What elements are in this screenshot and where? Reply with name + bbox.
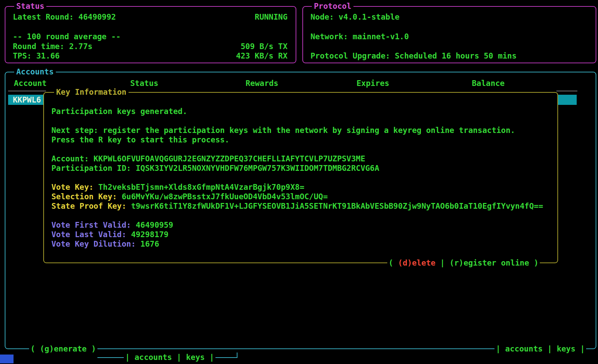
column-header-balance[interactable]: Balance [472,78,505,88]
state-proof-key-line: State Proof Key: t9wsrK6tiT1Y8zfWUkDF1V+… [51,201,543,211]
header-separator-left [8,91,46,91]
vote-last-valid-label: Vote Last Valid: [51,230,131,239]
accounts-panel-title: Accounts [14,67,56,76]
protocol-upgrade: Protocol Upgrade: Scheduled 16 hours 50 … [310,51,516,61]
participation-id-line: Participation ID: IQSK3IYV2LR5NOXNYVHDFW… [51,163,379,173]
column-header-account[interactable]: Account [14,78,47,88]
press-r-message: Press the R key to start this process. [51,135,229,144]
footer-close-paren: ) [529,258,538,267]
vote-key-dilution-label: Vote Key Dilution: [51,240,140,248]
node-version: Node: v4.0.1-stable [310,12,399,22]
account-line: Account: KKPWL6OFVUFOAVQGGURJ2EGNZYZZDPE… [51,154,365,163]
state-proof-key-value: t9wsrK6tiT1Y8zfWUkDF1V+LJGFYSEOVB1JiA5SE… [131,202,543,210]
tps: TPS: 31.66 [13,51,60,61]
column-header-rewards[interactable]: Rewards [246,78,278,88]
next-step-message: Next step: register the participation ke… [51,126,515,135]
vote-first-valid-value: 46490959 [136,221,173,229]
column-header-expires[interactable]: Expires [356,78,389,88]
selected-account-cell[interactable]: KKPWL6 [8,95,48,105]
key-information-modal: Key Information Participation keys gener… [43,92,558,263]
vote-key-dilution-line: Vote Key Dilution: 1676 [51,239,159,249]
footer-open-paren: ( [389,258,398,267]
node-state-badge: RUNNING [255,12,288,22]
header-separator-right [556,91,577,91]
latest-round: Latest Round: 46490992 [13,12,116,22]
window-accounts-keys-tabs[interactable]: | accounts | keys | [124,352,215,362]
key-information-title: Key Information [54,88,129,96]
protocol-panel: Protocol Node: v4.0.1-stable Network: ma… [302,6,596,63]
selected-balance-cell[interactable] [556,95,577,105]
register-online-button[interactable]: (r)egister online [450,258,529,267]
footer-divider: | [435,258,450,267]
vote-last-valid-value: 49298179 [131,230,168,239]
selection-key-label: Selection Key: [51,192,122,201]
delete-button[interactable]: (d)elete [398,258,436,267]
accounts-keys-tabs[interactable]: | accounts | keys | [495,344,586,354]
selection-key-line: Selection Key: 6u6MvYKu/w8zwPBsstxJ7fkUu… [51,192,328,201]
selection-key-value: 6u6MvYKu/w8zwPBsstxJ7fkUueOD4VbD4v53lmOC… [122,192,328,201]
vote-first-valid-line: Vote First Valid: 46490959 [51,220,173,230]
column-header-status[interactable]: Status [130,78,158,88]
keys-generated-message: Participation keys generated. [51,107,187,116]
window-border-corner [237,352,237,358]
vote-last-valid-line: Vote Last Valid: 49298179 [51,230,168,239]
vote-key-dilution-value: 1676 [140,240,159,248]
bottom-left-blue-block [0,355,14,363]
vote-key-label: Vote Key: [51,183,98,191]
vote-key-line: Vote Key: Th2veksbETjsmn+Xlds8xGfmpNtA4V… [51,182,304,192]
round-average-header: -- 100 round average -- [13,32,121,41]
state-proof-key-label: State Proof Key: [51,202,131,210]
status-panel: Status Latest Round: 46490992 RUNNING --… [5,6,296,63]
rx-rate: 423 KB/s RX [236,51,288,61]
protocol-panel-title: Protocol [312,2,353,10]
status-panel-title: Status [14,2,46,10]
tx-rate: 509 B/s TX [241,42,288,51]
terminal-screen: Status Latest Round: 46490992 RUNNING --… [0,0,598,364]
modal-footer-hints: ( (d)elete | (r)egister online ) [387,258,540,268]
generate-button[interactable]: ( (g)enerate ) [29,344,97,354]
vote-key-value: Th2veksbETjsmn+Xlds8xGfmpNtA4VzarBgjk70p… [98,183,304,191]
vote-first-valid-label: Vote First Valid: [51,221,136,229]
round-time: Round time: 2.77s [13,42,92,51]
network-name: Network: mainnet-v1.0 [310,32,409,41]
